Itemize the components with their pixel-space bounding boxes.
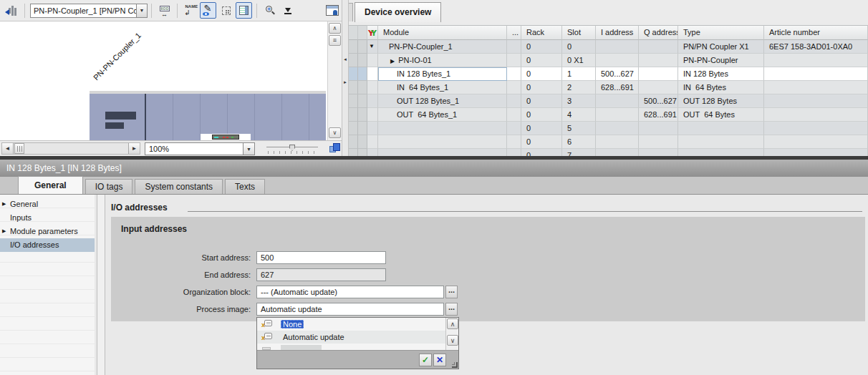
nav-item-general[interactable]: ▶ General [0,198,95,211]
iaddress-cell[interactable] [596,108,639,122]
iaddress-cell[interactable]: 500...627 [596,67,639,81]
float-window-icon[interactable] [326,5,339,16]
comment-cell[interactable] [507,67,521,81]
snap-grid-button[interactable] [218,2,234,19]
type-cell[interactable]: PN/PN Coupler X1 [678,40,764,54]
column-header-iaddress[interactable]: I address [596,25,639,40]
expand-icon[interactable]: ▼ [369,43,375,49]
tab-general[interactable]: General [18,176,83,194]
table-row[interactable]: 0 5 [349,122,868,135]
export-view-button[interactable] [279,2,296,19]
tree-expand-cell[interactable] [367,135,378,149]
row-header-cell[interactable] [358,81,367,94]
slot-cell[interactable]: 0 [562,40,596,54]
dropdown-item[interactable]: x None [257,318,445,331]
dock-panel-button[interactable] [4,2,20,19]
scroll-up-icon[interactable]: ∧ [329,23,341,34]
column-header-icon-cell[interactable]: YY [367,25,378,40]
iaddress-cell[interactable] [596,135,639,149]
tree-expand-cell[interactable] [367,81,378,94]
row-header-cell[interactable] [358,122,367,135]
column-header-article[interactable]: Article number [764,25,868,40]
article-cell[interactable] [764,122,868,135]
device-rack[interactable] [90,94,326,140]
qaddress-cell[interactable] [639,81,678,94]
module-cell[interactable]: OUT 128 Bytes_1 [378,94,507,108]
comment-cell[interactable] [507,94,521,108]
device-graphic-canvas[interactable]: PN-PN-Coupler_1 [0,21,327,140]
tab-system-constants[interactable]: System constants [135,179,223,194]
scroll-down-icon[interactable]: ∨ [447,335,458,346]
nav-item-inputs[interactable]: Inputs [0,211,95,225]
dropdown-item-partial[interactable] [257,344,445,350]
qaddress-cell[interactable] [639,122,678,135]
column-header-rack[interactable]: Rack [521,25,562,40]
qaddress-cell[interactable] [639,40,678,54]
table-row[interactable]: OUT 128 Bytes_1 0 3 500...627 OUT 128 By… [349,94,868,108]
show-overview-toggle-button[interactable] [236,2,252,19]
device-canvas-label[interactable]: PN-PN-Coupler_1 [91,30,143,82]
comment-cell[interactable] [507,108,521,122]
rack-cell[interactable]: 0 [521,94,562,108]
article-cell[interactable] [764,81,868,94]
chevron-down-icon[interactable]: ▼ [243,142,255,155]
slot-cell[interactable]: 2 [562,81,596,94]
row-header-cell[interactable] [349,40,358,54]
dropdown-scrollbar[interactable]: ∧ ∨ [445,318,458,350]
collapse-right-icon[interactable]: ► [343,80,347,84]
tree-expand-cell[interactable] [367,94,378,108]
iaddress-cell[interactable] [596,122,639,135]
table-row[interactable]: IN 64 Bytes_1 0 2 628...691 IN 64 Bytes [349,81,868,94]
split-view-icon[interactable] [329,142,342,155]
canvas-vertical-scrollbar[interactable]: ∧ ≡ ∨ [327,21,342,140]
module-cell[interactable]: IN 128 Bytes_1 [378,67,507,81]
process-image-browse-button[interactable]: ... [445,303,458,316]
rack-cell[interactable]: 0 [521,81,562,94]
row-header-cell[interactable] [349,67,358,81]
nav-arrow-icon[interactable]: ▶ [2,225,6,238]
zoom-slider[interactable] [266,145,318,154]
row-header-cell[interactable] [358,94,367,108]
article-cell[interactable] [764,108,868,122]
slot-cell[interactable]: 4 [562,108,596,122]
tree-expand-cell[interactable] [367,122,378,135]
organization-block-field[interactable]: --- (Automatic update) [256,286,444,298]
tab-device-overview[interactable]: Device overview [355,2,441,22]
slot-cell[interactable]: 3 [562,94,596,108]
nav-item-module-parameters[interactable]: ▶ Module parameters [0,225,95,238]
row-header-cell[interactable] [358,135,367,149]
article-cell[interactable] [764,94,868,108]
module-cell[interactable]: IN 64 Bytes_1 [378,81,507,94]
nav-item-i-o-addresses[interactable]: I/O addresses [0,238,95,252]
resize-grip[interactable] [452,362,458,368]
module-cell[interactable]: OUT 64 Bytes_1 [378,108,507,122]
row-header-cell[interactable] [349,54,358,67]
rack-cell[interactable]: 0 [521,122,562,135]
type-cell[interactable]: OUT 64 Bytes [678,108,764,122]
row-header-cell[interactable] [358,54,367,67]
zoom-level-select[interactable]: 100% ▼ [145,142,255,155]
organization-block-browse-button[interactable]: ... [445,286,458,298]
row-header-cell[interactable] [358,40,367,54]
scroll-up-icon[interactable]: ∧ [447,318,458,329]
row-header-cell[interactable] [349,122,358,135]
comment-cell[interactable] [507,81,521,94]
tree-expand-cell[interactable] [367,108,378,122]
row-header-cell[interactable] [349,94,358,108]
dropdown-item[interactable]: x Automatic update [257,331,445,344]
tab-io-tags[interactable]: IO tags [85,179,133,194]
rack-cell[interactable]: 0 [521,54,562,67]
show-addresses-button[interactable]: ↔ [156,2,173,19]
row-header-cell[interactable] [349,135,358,149]
module-labels-button[interactable]: NAME ↲ [182,2,198,19]
table-row[interactable]: 0 6 [349,135,868,149]
column-header-type[interactable]: Type [678,25,764,40]
nav-arrow-icon[interactable]: ▶ [2,198,6,210]
qaddress-cell[interactable] [639,54,678,67]
column-header-module[interactable]: Module [378,25,507,40]
zoom-slider-thumb[interactable] [289,145,295,151]
zoom-in-button[interactable]: + [261,2,278,19]
module-cell[interactable]: ▶PN-IO-01 [378,54,507,67]
column-header-comment[interactable]: ... [507,25,521,40]
scroll-lines-icon[interactable]: ≡ [329,35,341,46]
